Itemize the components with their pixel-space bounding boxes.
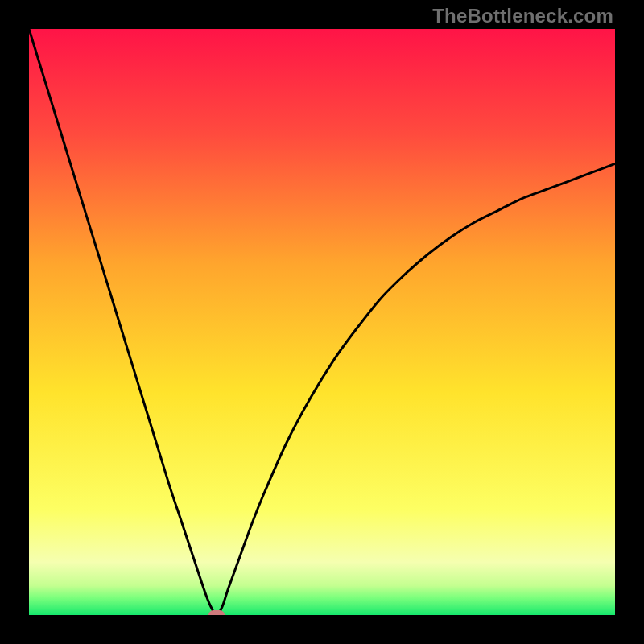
optimum-marker-icon	[208, 610, 225, 615]
chart-frame: TheBottleneck.com	[0, 0, 644, 644]
bottleneck-curve	[29, 29, 615, 615]
attribution-label: TheBottleneck.com	[432, 5, 613, 27]
plot-area	[29, 29, 615, 615]
